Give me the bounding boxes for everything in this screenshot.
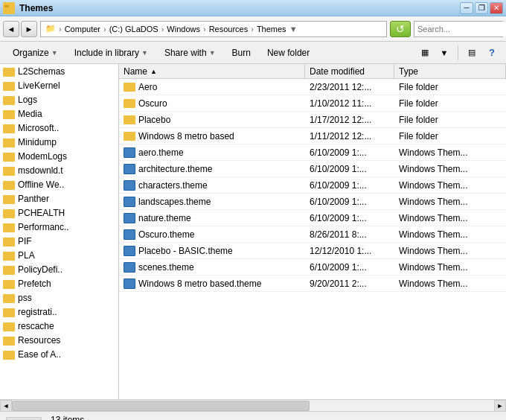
file-type: Windows Them... [394,229,506,240]
sidebar-item[interactable]: PCHEALTH [0,206,118,220]
path-computer[interactable]: 📁 [45,24,56,34]
table-row[interactable]: scenes.theme 6/10/2009 1:... Windows The… [119,259,506,276]
h-scroll-left-button[interactable]: ◄ [0,400,12,412]
sidebar-item-label: L2Schemas [18,66,65,77]
file-name: Oscuro.theme [119,229,305,240]
search-input[interactable] [414,22,506,36]
organize-button[interactable]: Organize ▼ [6,45,65,61]
table-row[interactable]: Windows 8 metro based.theme 9/20/2011 2:… [119,276,506,292]
table-row[interactable]: Oscuro 1/10/2012 11:... File folder [119,95,506,112]
sidebar-item[interactable]: PIF [0,234,118,248]
path-drive-c[interactable]: (C:) GLaDOS [109,25,158,34]
toolbar: Organize ▼ Include in library ▼ Share wi… [0,42,506,64]
address-path[interactable]: 📁 › Computer › (C:) GLaDOS › Windows › R… [40,21,387,37]
restore-button[interactable]: ❐ [475,2,488,14]
folder-icon [3,266,15,275]
sidebar-item-label: Microsoft.. [18,123,59,133]
sidebar-item-label: pss [18,293,32,303]
sidebar-item-label: PIF [18,236,32,246]
h-scroll-track[interactable] [12,400,494,412]
sidebar-item[interactable]: Ease of A.. [0,347,118,361]
table-row[interactable]: Aero 2/23/2011 12:... File folder [119,79,506,95]
sidebar-item[interactable]: rescache [0,319,118,333]
sidebar-item[interactable]: Media [0,106,118,121]
sidebar-item[interactable]: Resources [0,333,118,347]
preview-pane-button[interactable]: ▤ [463,45,481,61]
minimize-button[interactable]: ─ [460,2,473,14]
forward-button[interactable]: ► [21,21,37,37]
sidebar-item[interactable]: Logs [0,92,118,106]
table-row[interactable]: landscapes.theme 6/10/2009 1:... Windows… [119,194,506,210]
sidebar-item[interactable]: L2Schemas [0,64,118,78]
view-details-button[interactable]: ▦ [416,45,434,61]
table-row[interactable]: aero.theme 6/10/2009 1:... Windows Them.… [119,144,506,161]
table-row[interactable]: Placebo - BASIC.theme 12/12/2010 1:... W… [119,243,506,259]
sidebar-item[interactable]: LiveKernel [0,78,118,92]
back-button[interactable]: ◄ [3,21,19,37]
sidebar-item[interactable]: registrati.. [0,305,118,319]
share-with-button[interactable]: Share with ▼ [158,45,222,61]
file-list: Aero 2/23/2011 12:... File folder Oscuro… [119,79,506,399]
sidebar-item[interactable]: pss [0,290,118,305]
file-list-header: Name ▲ Date modified Type [119,64,506,79]
new-folder-button[interactable]: New folder [260,45,316,61]
table-row[interactable]: architecture.theme 6/10/2009 1:... Windo… [119,161,506,177]
view-toggle-button[interactable]: ▼ [435,45,453,61]
sidebar-item[interactable]: ModemLogs [0,149,118,163]
burn-button[interactable]: Burn [225,45,257,61]
file-date: 6/10/2009 1:... [305,147,394,158]
table-row[interactable]: Placebo 1/17/2012 12:... File folder [119,112,506,128]
folder-icon [3,294,15,303]
path-resources[interactable]: Resources [209,25,249,34]
include-library-button[interactable]: Include in library ▼ [68,45,155,61]
file-type: File folder [394,115,506,125]
h-scroll-thumb[interactable] [12,401,310,411]
status-count: 13 items [51,415,84,420]
file-type: Windows Them... [394,279,506,289]
folder-icon [3,280,15,289]
sidebar-item[interactable]: Offline We.. [0,177,118,191]
refresh-button[interactable]: ↺ [390,21,411,37]
h-scroll-right-button[interactable]: ► [494,400,506,412]
file-date: 1/17/2012 12:... [305,115,394,125]
path-drive[interactable]: Computer [65,25,100,34]
table-row[interactable]: characters.theme 6/10/2009 1:... Windows… [119,177,506,194]
file-type: Windows Them... [394,164,506,174]
file-type: File folder [394,98,506,109]
table-row[interactable]: Oscuro.theme 8/26/2011 8:... Windows The… [119,226,506,243]
col-header-date[interactable]: Date modified [305,64,394,78]
sidebar-item[interactable]: PLA [0,248,118,262]
folder-icon [3,167,15,176]
sidebar-item-label: Resources [18,335,60,346]
folder-icon [124,132,135,141]
folder-icon [3,181,15,190]
sidebar-item[interactable]: Panther [0,191,118,206]
share-with-dropdown-arrow: ▼ [209,49,216,57]
table-row[interactable]: Windows 8 metro based 1/11/2012 12:... F… [119,128,506,144]
main-content: L2SchemasLiveKernelLogsMediaMicrosoft..M… [0,64,506,399]
sidebar-item[interactable]: msdownld.t [0,163,118,177]
sidebar-item-label: PCHEALTH [18,208,65,218]
path-themes[interactable]: Themes [257,25,286,34]
theme-icon [124,262,135,273]
path-windows[interactable]: Windows [167,25,200,34]
file-date: 6/10/2009 1:... [305,180,394,191]
close-button[interactable]: ✕ [490,2,503,14]
sidebar-item[interactable]: Performanc.. [0,220,118,234]
col-header-type[interactable]: Type [394,64,506,78]
file-date: 2/23/2011 12:... [305,82,394,92]
file-date: 1/10/2012 11:... [305,98,394,109]
sidebar-item[interactable]: Minidump [0,135,118,149]
help-button[interactable]: ? [484,45,500,61]
sidebar-item[interactable]: PolicyDefi.. [0,262,118,276]
col-header-name[interactable]: Name ▲ [119,64,305,78]
theme-icon [124,164,135,174]
file-name: aero.theme [119,147,305,158]
theme-icon [124,246,135,256]
sidebar-item[interactable]: Prefetch [0,276,118,290]
sidebar-item-label: Performanc.. [18,222,69,232]
table-row[interactable]: nature.theme 6/10/2009 1:... Windows The… [119,210,506,226]
sidebar-item[interactable]: Microsoft.. [0,121,118,135]
status-bar: 13 items [0,411,506,420]
right-panel: Name ▲ Date modified Type Aero 2/23/2011… [119,64,506,399]
